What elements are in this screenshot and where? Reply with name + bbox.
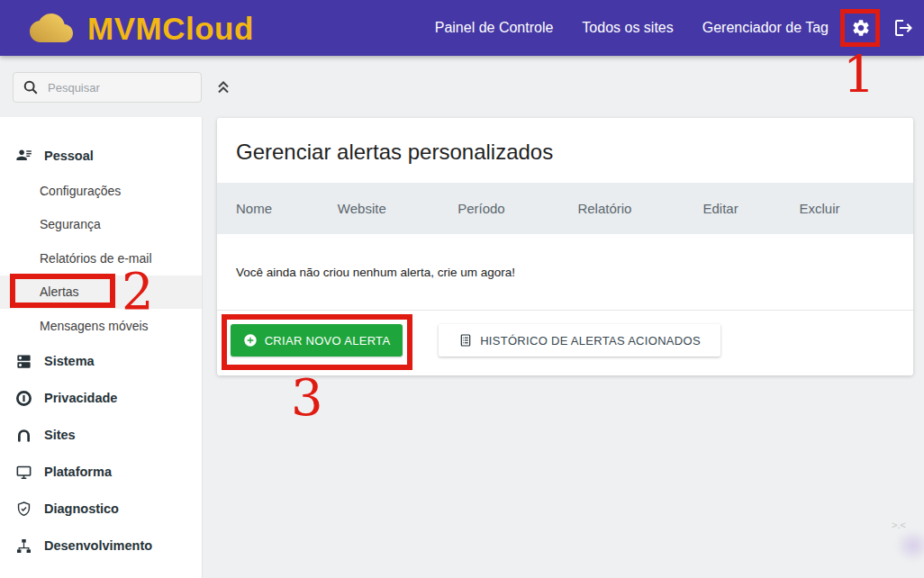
alerts-table-header: Nome Website Período Relatório Editar Ex… [217,183,913,234]
sidebar-category-sites[interactable]: Sites [0,417,202,454]
list-document-icon [458,333,473,348]
sidebar-item-label: Relatórios de e-mail [40,251,152,266]
sidebar-item-mensagens-moveis[interactable]: Mensagens móveis [0,309,202,343]
column-header-periodo: Período [457,201,577,216]
search-input[interactable] [46,80,192,95]
alerts-card: Gerenciar alertas personalizados Nome We… [217,118,913,375]
column-header-editar: Editar [703,201,800,216]
column-header-excluir: Excluir [800,201,913,216]
server-icon [15,353,32,370]
column-header-nome: Nome [236,201,338,216]
brand-name: MVMCloud [87,13,254,44]
sidebar-item-label: Segurança [40,217,101,231]
shield-check-icon [15,501,32,518]
sidebar-category-sistema[interactable]: Sistema [0,343,202,380]
sidebar: Pessoal Configurações Segurança Relatóri… [0,117,203,578]
sidebar-item-alertas[interactable]: Alertas [0,275,202,310]
sidebar-category-plataforma[interactable]: Plataforma [0,454,202,491]
sidebar-item-label: Configurações [40,184,121,198]
gear-icon [851,18,871,38]
sign-out-icon [892,17,914,39]
sidebar-category-privacidade[interactable]: Privacidade [0,380,202,417]
sidebar-category-diagnostico[interactable]: Diagnostico [0,491,202,528]
privacy-icon [15,390,32,407]
person-icon [15,147,32,164]
nav-item-tag-manager[interactable]: Gerenciador de Tag [702,20,829,36]
sidebar-category-desenvolvimento[interactable]: Desenvolvimento [0,528,202,564]
app-window: MVMCloud Painel de Controle Todos os sit… [0,0,924,578]
page-title: Gerenciar alertas personalizados [236,140,553,165]
settings-button[interactable] [850,17,872,39]
nav-item-dashboard[interactable]: Painel de Controle [435,20,554,36]
sidebar-item-label: Alertas [40,284,79,299]
top-navbar: MVMCloud Painel de Controle Todos os sit… [0,0,924,56]
brand-logo[interactable]: MVMCloud [23,0,254,56]
empty-state-row: Você ainda não criou nenhum alerta, crie… [217,234,913,311]
sidebar-category-label: Pessoal [44,149,94,163]
monitor-icon [15,464,32,481]
sidebar-category-label: Sites [44,428,76,442]
create-alert-label: CRIAR NOVO ALERTA [265,334,391,348]
feedback-widget-fragment [895,529,924,562]
sites-icon [15,427,32,444]
emoticon-fragment: >.< [892,519,906,530]
add-circle-icon [243,333,258,348]
sidebar-item-relatorios-email[interactable]: Relatórios de e-mail [0,241,202,275]
nav-item-all-sites[interactable]: Todos os sites [582,20,673,36]
search-box[interactable] [13,72,202,103]
sidebar-category-label: Sistema [44,354,95,368]
sidebar-category-label: Desenvolvimento [44,538,152,553]
column-header-relatorio: Relatório [577,201,702,216]
alert-history-button[interactable]: HISTÓRICO DE ALERTAS ACIONADOS [439,324,720,357]
sidebar-category-label: Plataforma [44,465,112,479]
double-chevron-up-icon [214,77,232,95]
search-icon [23,79,39,95]
sidebar-item-seguranca[interactable]: Segurança [0,208,202,242]
sidebar-item-configuracoes[interactable]: Configurações [0,174,202,208]
empty-state-message: Você ainda não criou nenhum alerta, crie… [236,266,515,279]
sidebar-item-label: Mensagens móveis [40,319,149,333]
sidebar-category-label: Diagnostico [44,501,119,516]
sidebar-category-label: Privacidade [44,391,117,405]
logout-button[interactable] [892,17,914,39]
column-header-website: Website [338,201,457,216]
collapse-sidebar-button[interactable] [214,77,232,95]
cloud-logo-icon [23,10,79,46]
annotation-number-3: 3 [291,373,323,423]
create-alert-button[interactable]: CRIAR NOVO ALERTA [231,324,403,357]
header-nav: Painel de Controle Todos os sites Gerenc… [435,0,829,56]
sitemap-icon [15,537,32,555]
alert-history-label: HISTÓRICO DE ALERTAS ACIONADOS [480,334,701,348]
sidebar-category-pessoal[interactable]: Pessoal [0,137,202,174]
annotation-number-1: 1 [843,50,875,100]
